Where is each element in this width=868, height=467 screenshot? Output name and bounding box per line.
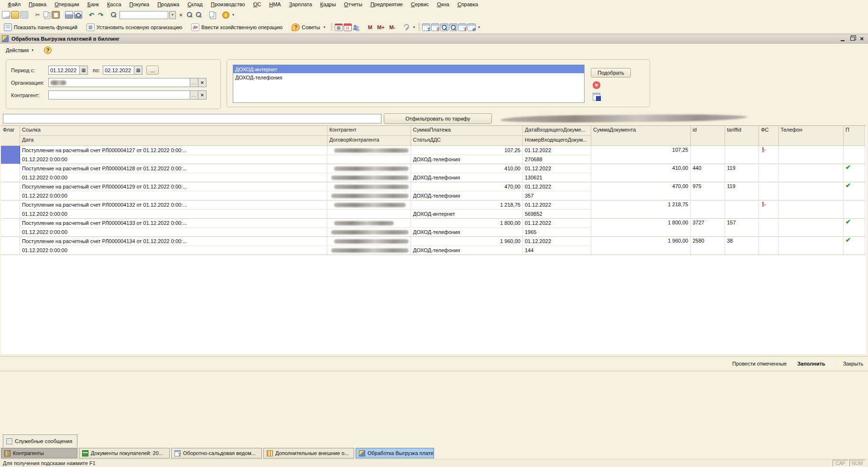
menu-item-11[interactable]: НМА <box>265 0 284 8</box>
fs-cell[interactable] <box>759 237 779 255</box>
print-preview-icon[interactable] <box>74 11 82 19</box>
column-header-doc-amount[interactable]: СуммаДокумента <box>591 126 691 146</box>
menu-item-18[interactable]: Справка <box>454 0 482 8</box>
caret-icon[interactable] <box>412 23 416 31</box>
link-cell[interactable]: Поступление на расчетный счет РЛ00000413… <box>20 219 327 228</box>
phone-cell[interactable] <box>779 146 844 164</box>
fs-cell[interactable] <box>759 182 779 200</box>
footer-button-3[interactable]: Закрыть <box>841 360 865 367</box>
taskbar-tab-4[interactable]: Дополнительные внешние о... <box>263 448 354 458</box>
contragent-cell[interactable] <box>327 237 411 246</box>
column-header-vat-item[interactable]: СтатьяДДС <box>411 136 523 146</box>
menu-item-9[interactable]: Производство <box>207 0 249 8</box>
save-icon[interactable] <box>20 11 28 19</box>
cut-icon[interactable] <box>33 11 42 19</box>
close-icon[interactable] <box>857 35 866 43</box>
fs-cell[interactable] <box>759 200 779 219</box>
phone-cell[interactable] <box>779 164 844 182</box>
dogovor-cell[interactable] <box>327 173 411 182</box>
table-settings-icon[interactable] <box>431 23 439 31</box>
column-header-flag[interactable]: Флаг <box>1 126 20 146</box>
doc-amount-cell[interactable]: 107,25 <box>591 146 691 164</box>
contragent-cell[interactable] <box>327 146 411 155</box>
doc-number-cell[interactable]: 569852 <box>523 210 591 219</box>
dogovor-cell[interactable] <box>327 210 411 219</box>
doc-date-cell[interactable]: 01.12.2022 <box>523 146 591 155</box>
search-input[interactable] <box>119 11 168 19</box>
period-to-input[interactable]: 02.12.2022 <box>103 66 134 75</box>
date-cell[interactable]: 01.12.2022 0:00:00 <box>20 173 327 182</box>
memory-button-m+[interactable]: M+ <box>375 24 387 31</box>
vat-item-cell[interactable]: ДОХОД-интернет <box>411 210 523 219</box>
copy-fragment-icon[interactable] <box>208 11 217 19</box>
doc-amount-cell[interactable]: 410,00 <box>591 164 691 182</box>
flag-cell[interactable] <box>1 182 20 200</box>
taskbar-tab-1[interactable]: Контрагенты <box>1 448 77 458</box>
menu-item-10[interactable]: ОС <box>250 0 265 8</box>
menu-item-2[interactable]: Правка <box>25 0 50 8</box>
amount-cell[interactable]: 1 960,00 <box>411 237 523 246</box>
caret-icon[interactable] <box>477 23 481 31</box>
organization-input[interactable] <box>48 78 190 87</box>
menu-item-4[interactable]: Банк <box>84 0 103 8</box>
link-cell[interactable]: Поступление на расчетный счет РЛ00000413… <box>20 200 327 210</box>
restore-icon[interactable] <box>848 35 857 43</box>
column-header-doc-number[interactable]: НомерВходящегоДокум... <box>523 136 591 146</box>
memory-button-m[interactable]: M <box>366 24 374 31</box>
undo-icon[interactable] <box>87 11 96 19</box>
phone-cell[interactable] <box>779 237 844 255</box>
sum-table-icon[interactable] <box>422 23 430 31</box>
period-more-button[interactable]: ... <box>146 66 159 75</box>
column-header-id[interactable]: id <box>691 126 725 146</box>
find-previous-icon[interactable] <box>195 11 203 19</box>
date-cell[interactable]: 01.12.2022 0:00:00 <box>20 246 327 255</box>
contragent-clear-icon[interactable]: ✕ <box>198 90 206 100</box>
calendar-icon[interactable] <box>344 23 352 31</box>
pick-button[interactable]: Подобрать <box>591 68 631 78</box>
date-cell[interactable]: 01.12.2022 0:00:00 <box>20 155 327 164</box>
tariffid-cell[interactable]: 119 <box>725 182 759 200</box>
amount-cell[interactable]: 410,00 <box>411 164 523 173</box>
doc-date-cell[interactable]: 01.12.2022 <box>523 164 591 173</box>
payments-table[interactable]: ФлагСсылкаДатаКонтрагентДоговорКонтраген… <box>1 125 866 354</box>
posted-cell[interactable]: ✔ <box>844 219 865 237</box>
period-from-input[interactable]: 01.12.2022 <box>48 66 80 75</box>
doc-number-cell[interactable]: 357 <box>523 191 591 200</box>
menu-item-15[interactable]: Предприятие <box>367 0 407 8</box>
column-header-contragent[interactable]: Контрагент <box>327 126 411 136</box>
date-cell[interactable]: 01.12.2022 0:00:00 <box>20 228 327 237</box>
search-dropdown-arrow-icon[interactable]: ▼ <box>169 11 176 19</box>
column-header-doc-date[interactable]: ДатаВходящегоДокуме... <box>523 126 591 136</box>
id-cell[interactable]: 975 <box>691 182 725 200</box>
link-cell[interactable]: Поступление на расчетный счет РЛ00000412… <box>20 182 327 191</box>
redo-icon[interactable] <box>97 11 105 19</box>
open-icon[interactable] <box>11 11 19 19</box>
flag-cell[interactable] <box>1 237 20 255</box>
clear-icon[interactable] <box>177 11 185 19</box>
contragent-cell[interactable] <box>327 182 411 191</box>
contragent-cell[interactable] <box>327 200 411 210</box>
paste-icon[interactable] <box>52 11 60 19</box>
phone-cell[interactable] <box>779 182 844 200</box>
phone-cell[interactable] <box>779 200 844 219</box>
actions-menu-button[interactable]: Действия ▼ <box>3 46 37 54</box>
dogovor-cell[interactable] <box>327 246 411 255</box>
tariff-list-item-2[interactable]: ДОХОД-телефония <box>233 73 584 81</box>
column-header-link[interactable]: Ссылка <box>20 126 327 136</box>
menu-item-13[interactable]: Кадры <box>316 0 340 8</box>
doc-date-cell[interactable]: 01.12.2022 <box>523 182 591 191</box>
search-icon[interactable] <box>110 11 118 19</box>
tariffid-cell[interactable]: 119 <box>725 164 759 182</box>
column-header-dogovor[interactable]: ДоговорКонтрагента <box>327 136 411 146</box>
menu-item-3[interactable]: Операции <box>51 0 83 8</box>
link-cell[interactable]: Поступление на расчетный счет РЛ00000413… <box>20 237 327 246</box>
menu-item-14[interactable]: Отчеты <box>340 0 366 8</box>
taskbar-tab-3[interactable]: Оборотно-сальдовая ведом... <box>171 448 262 458</box>
toolbar-button-dk-operation[interactable]: Ввести хозяйственную операцию <box>189 22 284 32</box>
doc-date-cell[interactable]: 01.12.2022 <box>523 237 591 246</box>
copy-icon[interactable] <box>43 11 51 19</box>
memory-button-m-[interactable]: M- <box>388 24 398 31</box>
organization-clear-icon[interactable]: ✕ <box>198 78 206 87</box>
service-messages-tab[interactable]: Служебные сообщения <box>3 434 77 447</box>
id-cell[interactable]: 440 <box>691 164 725 182</box>
